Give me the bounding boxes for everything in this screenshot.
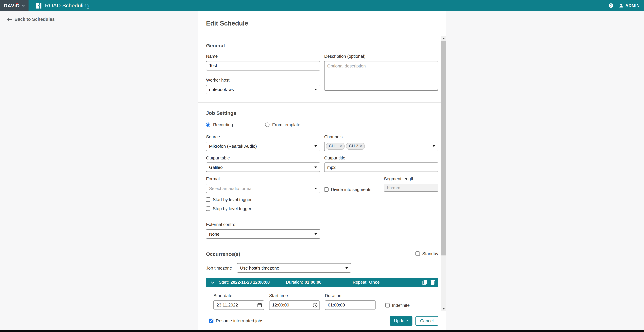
occurrence-body: Start date (206, 287, 438, 311)
section-general: General Name Description (optional) (198, 36, 441, 102)
help-icon[interactable] (608, 3, 613, 8)
scrollbar-thumb[interactable] (441, 40, 446, 256)
resume-jobs-label: Resume interrupted jobs (216, 318, 263, 323)
edit-schedule-panel: Edit Schedule General Name Descrip (198, 11, 446, 330)
name-field-group: Name (206, 54, 320, 70)
from-template-radio-label: From template (272, 122, 300, 127)
output-table-field-group: Output table Galileo (206, 155, 320, 172)
start-trigger-row[interactable]: Start by level trigger (206, 197, 438, 202)
external-control-value: None (209, 232, 220, 236)
name-input[interactable] (206, 61, 320, 70)
resume-jobs-row[interactable]: Resume interrupted jobs (209, 318, 263, 323)
segments-group: Divide into segments Segment length (324, 176, 438, 193)
divide-into-segments[interactable]: Divide into segments (324, 186, 371, 193)
job-timezone-label: Job timezone (206, 265, 232, 270)
standby-row[interactable]: Standby (416, 251, 438, 256)
job-timezone-row: Job timezone Use host's timezone (206, 263, 438, 272)
description-textarea[interactable] (324, 61, 438, 91)
resume-jobs-checkbox[interactable] (209, 318, 214, 323)
worker-host-select[interactable]: notebook-ws (206, 85, 320, 94)
worker-host-field-group: Worker host notebook-ws (206, 77, 320, 94)
radio-from-template[interactable]: From template (265, 122, 300, 127)
copy-icon[interactable] (422, 280, 427, 285)
from-template-radio-input[interactable] (265, 122, 270, 127)
general-heading: General (206, 43, 438, 49)
recording-radio-input[interactable] (206, 122, 210, 127)
start-trigger-label: Start by level trigger (213, 197, 252, 202)
chevron-down-icon[interactable] (22, 4, 25, 6)
bottom-edge (0, 330, 644, 332)
start-time-field-group: Start time (269, 293, 320, 310)
standby-checkbox[interactable] (416, 252, 420, 256)
description-field-group: Description (optional) (324, 54, 438, 94)
person-icon (619, 3, 623, 8)
start-date-input[interactable] (214, 300, 264, 310)
format-placeholder: Select an audio format (209, 186, 253, 191)
stop-trigger-checkbox[interactable] (206, 206, 210, 211)
back-link-label: Back to Schedules (14, 17, 55, 22)
channels-multiselect[interactable]: CH 1 × CH 2 × (324, 142, 438, 151)
chip-label: CH 1 (329, 144, 338, 149)
source-value: Mikrofon (Realtek Audio) (209, 144, 257, 149)
form-scroll-area: General Name Description (optional) (198, 36, 441, 311)
name-label: Name (206, 54, 320, 60)
stop-trigger-row[interactable]: Stop by level trigger (206, 206, 438, 211)
user-menu[interactable]: ADMIN (619, 3, 640, 8)
chip-remove-icon[interactable]: × (340, 144, 342, 148)
section-external-control: External control None (198, 216, 441, 244)
start-summary-label: Start: (219, 280, 229, 285)
external-control-select[interactable]: None (206, 229, 320, 239)
output-title-input[interactable] (324, 163, 438, 172)
cancel-button[interactable]: Cancel (416, 316, 438, 326)
standby-label: Standby (422, 251, 438, 256)
occurrence-header[interactable]: Start: 2022-11-23 12:00:00 Duration: 01:… (206, 278, 438, 287)
job-timezone-select[interactable]: Use host's timezone (237, 263, 351, 272)
caret-down-icon (314, 233, 317, 235)
recording-radio-label: Recording (213, 122, 233, 127)
brand-menu[interactable]: DAViD (0, 0, 28, 11)
format-select[interactable]: Select an audio format (206, 184, 320, 193)
section-job-settings: Job Settings Recording From template (198, 102, 441, 216)
duration-input[interactable] (325, 300, 376, 310)
duration-label: Duration (325, 293, 376, 299)
page-title: Edit Schedule (206, 20, 248, 27)
output-table-select[interactable]: Galileo (206, 163, 320, 172)
format-field-group: Format Select an audio format (206, 176, 320, 193)
start-trigger-checkbox[interactable] (206, 198, 210, 202)
indefinite-row[interactable]: Indefinite (385, 303, 410, 308)
occurrences-heading: Occurrence(s) (206, 251, 240, 257)
channels-field-group: Channels CH 1 × CH 2 (324, 134, 438, 151)
caret-down-icon (314, 188, 317, 189)
username: ADMIN (625, 3, 640, 8)
start-time-input[interactable] (269, 300, 320, 310)
brand-dot (16, 3, 18, 4)
scroll-up-button[interactable] (441, 36, 446, 40)
main-area: Back to Schedules Edit Schedule General … (0, 11, 644, 332)
output-title-label: Output title (324, 155, 438, 161)
chevron-down-icon[interactable] (211, 281, 214, 284)
repeat-summary-value: Once (369, 280, 380, 285)
back-link[interactable]: Back to Schedules (8, 17, 55, 22)
source-select[interactable]: Mikrofon (Realtek Audio) (206, 142, 320, 151)
arrow-left-icon (8, 17, 12, 21)
format-label: Format (206, 176, 320, 182)
topbar-actions: ADMIN (608, 3, 640, 8)
scroll-down-button[interactable] (441, 306, 446, 311)
channel-chip: CH 1 × (326, 143, 345, 150)
panel-body: General Name Description (optional) (198, 36, 446, 311)
divide-segments-checkbox[interactable] (324, 187, 328, 192)
job-type-radio-group: Recording From template (206, 122, 438, 127)
trash-icon[interactable] (430, 280, 435, 285)
caret-down-icon (314, 145, 317, 147)
update-button[interactable]: Update (390, 316, 412, 326)
indefinite-checkbox[interactable] (385, 303, 390, 308)
output-table-label: Output table (206, 155, 320, 161)
source-field-group: Source Mikrofon (Realtek Audio) (206, 134, 320, 151)
panel-header: Edit Schedule (198, 11, 446, 36)
panel-footer: Resume interrupted jobs Update Cancel (198, 311, 446, 330)
caret-down-icon (346, 267, 348, 269)
vertical-scrollbar[interactable] (441, 36, 446, 311)
chip-remove-icon[interactable]: × (360, 144, 362, 148)
radio-recording[interactable]: Recording (206, 122, 265, 127)
chip-label: CH 2 (349, 144, 358, 149)
